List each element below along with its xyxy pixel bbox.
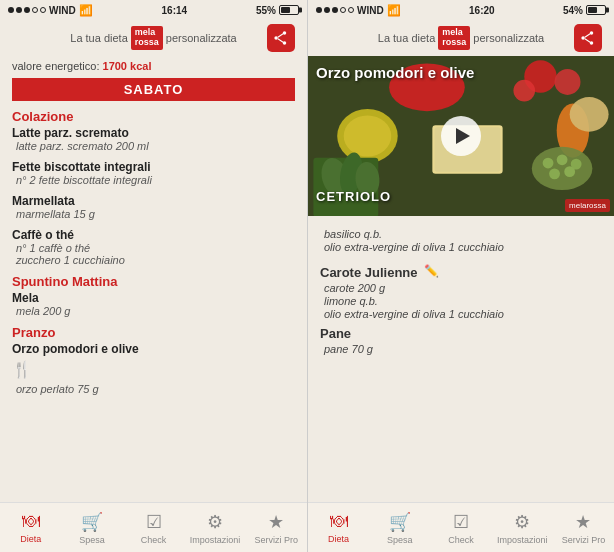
header-banner-left: La tua dieta mela rossa personalizzata — [0, 20, 307, 56]
spesa-icon-r: 🛒 — [389, 511, 411, 533]
spesa-label-r: Spesa — [387, 535, 413, 545]
nav-check-left[interactable]: ☑ Check — [123, 511, 184, 545]
tagline1-r: La tua dieta — [378, 32, 436, 44]
nav-check-right[interactable]: ☑ Check — [430, 511, 491, 545]
check-label: Check — [141, 535, 167, 545]
carote-detail3: olio extra-vergine di oliva 1 cucchiaio — [320, 308, 602, 320]
svg-point-0 — [283, 31, 287, 34]
carote-header: Carote Julienne ✏️ — [320, 259, 602, 282]
share-button[interactable] — [267, 24, 295, 52]
phone-right: WIND 📶 16:20 54% La tua dieta mela rossa… — [307, 0, 614, 552]
section-carote: Carote Julienne ✏️ carote 200 g limone q… — [320, 259, 602, 320]
status-right-r: 54% — [563, 5, 606, 16]
servizi-label-r: Servizi Pro — [562, 535, 606, 545]
status-right: 55% — [256, 5, 299, 16]
item-marmellata-detail: marmellata 15 g — [12, 208, 295, 220]
share-icon — [274, 31, 288, 45]
meal-title-pranzo: Pranzo — [12, 325, 295, 340]
svg-point-26 — [570, 97, 609, 132]
svg-point-6 — [590, 41, 594, 45]
svg-line-9 — [585, 39, 590, 43]
header-banner-right: La tua dieta mela rossa personalizzata — [308, 20, 614, 56]
spesa-icon: 🛒 — [81, 511, 103, 533]
brand-text: La tua dieta mela rossa personalizzata — [40, 26, 267, 50]
nav-spesa-left[interactable]: 🛒 Spesa — [61, 511, 122, 545]
star-icon: ★ — [268, 511, 284, 533]
svg-point-15 — [555, 69, 581, 95]
spesa-label: Spesa — [79, 535, 105, 545]
tagline1: La tua dieta — [70, 32, 128, 44]
melarossa-watermark: melarossa — [565, 199, 610, 212]
item-caffe-detail2: zucchero 1 cucchiaino — [12, 254, 295, 266]
nav-servizi-left[interactable]: ★ Servizi Pro — [246, 511, 307, 545]
brand-text-r: La tua dieta mela rossa personalizzata — [348, 26, 574, 50]
ingredient-basilico: basilico q.b. — [320, 228, 602, 240]
meal-colazione: Colazione Latte parz. scremato latte par… — [12, 109, 295, 152]
svg-line-8 — [585, 34, 590, 38]
settings-label-r: Impostazioni — [497, 535, 548, 545]
nav-spesa-right[interactable]: 🛒 Spesa — [369, 511, 430, 545]
star-icon-r: ★ — [575, 511, 591, 533]
svg-point-16 — [513, 80, 535, 102]
svg-point-22 — [557, 154, 568, 165]
svg-point-12 — [344, 115, 392, 156]
brand-logo: mela rossa — [131, 26, 163, 50]
svg-point-1 — [283, 41, 287, 45]
wifi-icon-r: 📶 — [387, 4, 401, 17]
time-display: 16:14 — [162, 5, 188, 16]
status-bar-right: WIND 📶 16:20 54% — [308, 0, 614, 20]
item-mela-detail: mela 200 g — [12, 305, 295, 317]
servizi-label: Servizi Pro — [255, 535, 299, 545]
brand-logo-r: mela rossa — [438, 26, 470, 50]
svg-point-7 — [581, 36, 585, 40]
phone-left: WIND 📶 16:14 55% La tua dieta mela rossa… — [0, 0, 307, 552]
share-button-r[interactable] — [574, 24, 602, 52]
play-icon — [456, 128, 470, 144]
recipe-image[interactable]: Orzo pomodori e olive CETRIOLO melarossa — [308, 56, 614, 216]
nav-impostazioni-right[interactable]: ⚙ Impostazioni — [492, 511, 553, 545]
dieta-icon-r: 🍽 — [330, 511, 348, 532]
status-bar-left: WIND 📶 16:14 55% — [0, 0, 307, 20]
nav-impostazioni-left[interactable]: ⚙ Impostazioni — [184, 511, 245, 545]
meal-spuntino: Spuntino Mattina Mela mela 200 g — [12, 274, 295, 317]
share-icon-r — [581, 31, 595, 45]
recipe-title-text: Orzo pomodori e olive — [316, 64, 474, 81]
nav-dieta-left[interactable]: 🍽 Dieta — [0, 511, 61, 544]
svg-point-20 — [532, 147, 593, 190]
ingredient-olio1: olio extra-vergine di oliva 1 cucchiaio — [320, 241, 602, 253]
signal-icon-r — [316, 7, 354, 13]
meal-caffe: Caffè o thé n° 1 caffè o thé zucchero 1 … — [12, 228, 295, 266]
nav-dieta-right[interactable]: 🍽 Dieta — [308, 511, 369, 544]
dieta-label-r: Dieta — [328, 534, 349, 544]
bottom-nav-left: 🍽 Dieta 🛒 Spesa ☑ Check ⚙ Impostazioni ★… — [0, 502, 307, 552]
nav-servizi-right[interactable]: ★ Servizi Pro — [553, 511, 614, 545]
item-caffe: Caffè o thé — [12, 228, 295, 242]
check-icon-r: ☑ — [453, 511, 469, 533]
carrier-name: WIND — [49, 5, 76, 16]
item-latte-detail: latte parz. scremato 200 ml — [12, 140, 295, 152]
content-left: valore energetico: 1700 kcal SABATO Cola… — [0, 56, 307, 502]
play-button[interactable] — [441, 116, 481, 156]
dieta-icon: 🍽 — [22, 511, 40, 532]
svg-point-2 — [274, 36, 278, 40]
bottom-nav-right: 🍽 Dieta 🛒 Spesa ☑ Check ⚙ Impostazioni ★… — [308, 502, 614, 552]
settings-icon: ⚙ — [207, 511, 223, 533]
pane-detail: pane 70 g — [320, 343, 602, 355]
settings-icon-r: ⚙ — [514, 511, 530, 533]
time-display-r: 16:20 — [469, 5, 495, 16]
svg-point-24 — [549, 168, 560, 179]
battery-pct: 55% — [256, 5, 276, 16]
svg-line-3 — [278, 34, 283, 38]
section-title-carote: Carote Julienne — [320, 265, 418, 280]
day-header: SABATO — [12, 78, 295, 101]
edit-icon-carote[interactable]: ✏️ — [424, 264, 439, 278]
settings-label: Impostazioni — [190, 535, 241, 545]
battery-icon-r — [586, 5, 606, 15]
item-fette: Fette biscottate integrali — [12, 160, 295, 174]
item-marmellata: Marmellata — [12, 194, 295, 208]
item-latte: Latte parz. scremato — [12, 126, 295, 140]
content-right: basilico q.b. olio extra-vergine di oliv… — [308, 224, 614, 502]
meal-title-colazione: Colazione — [12, 109, 295, 124]
battery-icon — [279, 5, 299, 15]
signal-icon — [8, 7, 46, 13]
